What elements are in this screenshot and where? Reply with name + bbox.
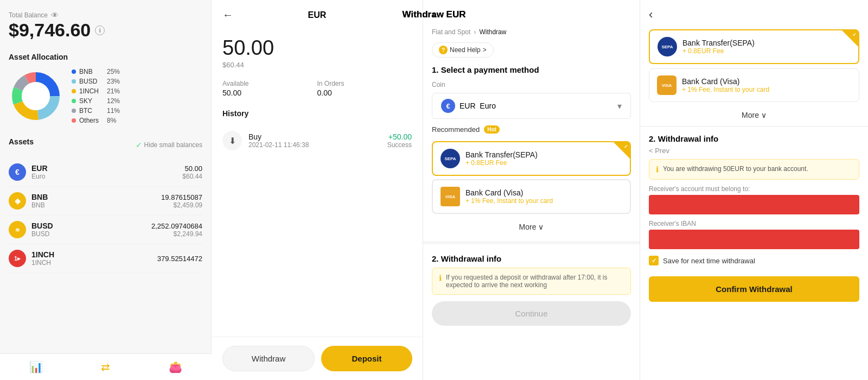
assets-title: Assets bbox=[9, 137, 34, 146]
sepa-icon: SEPA bbox=[441, 149, 460, 168]
continue-button[interactable]: Continue bbox=[432, 301, 631, 326]
sepa-card-p4[interactable]: SEPA Bank Transfer(SEPA) + 0.8EUR Fee ✓ bbox=[649, 29, 859, 64]
avail-orders-row: Available 50.00 In Orders 0.00 bbox=[222, 80, 412, 97]
save-label: Save for next time withdrawal bbox=[663, 257, 755, 265]
asset-allocation-section: Asset Allocation bbox=[0, 46, 211, 131]
hide-small-balances[interactable]: ✓ Hide small balances bbox=[136, 141, 202, 149]
legend-1inch: 1INCH 21% bbox=[72, 87, 120, 95]
history-section: History ⬇ Buy 2021-02-11 11:46:38 +50.00… bbox=[212, 103, 423, 163]
sepa-info: Bank Transfer(SEPA) + 0.8EUR Fee bbox=[465, 150, 622, 167]
visa-info: Bank Card (Visa) + 1% Fee, Instant to yo… bbox=[465, 188, 622, 205]
svg-point-6 bbox=[22, 82, 50, 110]
1inch-info: 1INCH 1INCH bbox=[31, 250, 157, 267]
legend-others: Others 8% bbox=[72, 117, 120, 124]
1inch-icon: 1▸ bbox=[9, 250, 26, 267]
busd-info: BUSD BUSD bbox=[31, 221, 151, 238]
eur-usd: $60.44 bbox=[222, 61, 412, 69]
wallet-icon: 👛 bbox=[169, 360, 182, 373]
hot-badge: Hot bbox=[484, 125, 500, 134]
breadcrumb-fiat: Fiat and Spot bbox=[432, 28, 470, 36]
withdraw-button[interactable]: Withdraw bbox=[222, 346, 315, 371]
more-button-p4[interactable]: More ∨ bbox=[640, 106, 868, 124]
transfer-icon: ⇄ bbox=[101, 360, 110, 373]
eur-amount: 50.00 bbox=[222, 36, 412, 60]
save-checkbox[interactable]: ✓ bbox=[649, 256, 659, 265]
prev-link[interactable]: < Prev bbox=[640, 147, 868, 159]
legend-dot-1inch bbox=[72, 89, 76, 93]
assets-header: Assets ✓ Hide small balances bbox=[9, 137, 202, 153]
step2-title-p4: 2. Withdrawal info bbox=[640, 129, 868, 147]
nav-wallet[interactable]: 👛 bbox=[169, 360, 182, 373]
info-icon[interactable]: i bbox=[95, 26, 105, 35]
coin-icon-eur: € bbox=[441, 99, 455, 113]
visa-icon-p4: VISA bbox=[657, 75, 676, 95]
visa-info-p4: Bank Card (Visa) + 1% Fee, Instant to yo… bbox=[682, 77, 851, 93]
legend-dot-others bbox=[72, 118, 76, 123]
allocation-legend: BNB 25% BUSD 23% 1INCH 21% SKY 12% bbox=[72, 68, 120, 124]
history-info: Buy 2021-02-11 11:46:38 bbox=[248, 132, 387, 149]
sepa-icon-p4: SEPA bbox=[658, 37, 677, 56]
history-amount: +50.00 Success bbox=[387, 132, 412, 149]
question-icon: ? bbox=[439, 46, 448, 54]
step2-title-p3: 2. Withdrawal info bbox=[423, 249, 640, 268]
withdraw-info-box: ℹ You are withdrawing 50EUR to your bank… bbox=[649, 159, 859, 180]
sepa-selected-check: ✓ bbox=[852, 32, 857, 37]
available-col: Available 50.00 bbox=[222, 80, 317, 97]
legend-dot-btc bbox=[72, 109, 76, 113]
p4-title: Withdraw EUR bbox=[640, 9, 868, 20]
asset-item-1inch[interactable]: 1▸ 1INCH 1INCH 379.52514472 bbox=[9, 244, 202, 273]
in-orders-col: In Orders 0.00 bbox=[317, 80, 412, 97]
receiver-account-field[interactable] bbox=[649, 195, 859, 214]
need-help-btn[interactable]: ? Need Help > bbox=[432, 42, 494, 58]
payment-sepa[interactable]: SEPA Bank Transfer(SEPA) + 0.8EUR Fee ✓ bbox=[432, 141, 631, 176]
eur-values: 50.00 $60.44 bbox=[182, 164, 202, 180]
p2-action-buttons: Withdraw Deposit bbox=[212, 337, 423, 380]
assets-section: Assets ✓ Hide small balances € EUR Euro … bbox=[0, 131, 211, 280]
more-button-p3[interactable]: More ∨ bbox=[423, 217, 640, 237]
confirm-withdrawal-button[interactable]: Confirm Withdrawal bbox=[649, 276, 859, 302]
asset-item-bnb[interactable]: ◈ BNB BNB 19.87615087 $2,459.09 bbox=[9, 187, 202, 216]
nav-transfer[interactable]: ⇄ bbox=[101, 360, 110, 373]
selected-checkmark: ✓ bbox=[624, 144, 628, 149]
iban-field[interactable] bbox=[649, 230, 859, 249]
allocation-title: Asset Allocation bbox=[9, 53, 202, 61]
receiver-label: Receiver's account must belong to: bbox=[640, 180, 868, 195]
deposit-button[interactable]: Deposit bbox=[321, 346, 412, 371]
history-item[interactable]: ⬇ Buy 2021-02-11 11:46:38 +50.00 Success bbox=[222, 124, 412, 157]
eur-icon: € bbox=[9, 163, 26, 181]
breadcrumb: Fiat and Spot › Withdraw bbox=[423, 25, 640, 39]
recommended-label: Recommended bbox=[432, 125, 480, 134]
busd-values: 2,252.09740684 $2,249.94 bbox=[151, 222, 202, 238]
divider-p3 bbox=[423, 241, 640, 244]
chart-icon: 📊 bbox=[29, 360, 43, 373]
asset-item-eur[interactable]: € EUR Euro 50.00 $60.44 bbox=[9, 158, 202, 187]
coin-select[interactable]: € EUR Euro ▾ bbox=[432, 93, 631, 119]
asset-item-busd[interactable]: ≋ BUSD BUSD 2,252.09740684 $2,249.94 bbox=[9, 216, 202, 244]
coin-label: Coin bbox=[423, 79, 640, 91]
bnb-values: 19.87615087 $2,459.09 bbox=[161, 193, 202, 209]
step1-title: 1. Select a payment method bbox=[423, 61, 640, 79]
visa-icon: VISA bbox=[441, 187, 460, 206]
checkmark-icon: ✓ bbox=[136, 141, 142, 149]
payment-visa[interactable]: VISA Bank Card (Visa) + 1% Fee, Instant … bbox=[432, 179, 631, 214]
portfolio-header: Total Balance 👁 $9,746.60 i bbox=[0, 0, 211, 46]
info-box-p3: ℹ If you requested a deposit or withdraw… bbox=[432, 268, 631, 295]
legend-btc: BTC 11% bbox=[72, 107, 120, 115]
1inch-values: 379.52514472 bbox=[157, 255, 202, 263]
iban-label: Receiver's IBAN bbox=[640, 214, 868, 230]
history-title: History bbox=[222, 109, 412, 118]
legend-busd: BUSD 23% bbox=[72, 78, 120, 85]
balance-value: $9,746.60 bbox=[9, 20, 91, 41]
donut-chart bbox=[9, 69, 63, 123]
coin-select-arrow: ▾ bbox=[617, 101, 622, 111]
breadcrumb-withdraw: Withdraw bbox=[479, 28, 506, 36]
bottom-navigation: 📊 ⇄ 👛 bbox=[0, 353, 212, 380]
history-buy-icon: ⬇ bbox=[222, 131, 242, 150]
total-balance-amount: $9,746.60 i bbox=[9, 20, 202, 41]
info-circle-icon: ℹ bbox=[656, 165, 659, 174]
legend-dot-bnb bbox=[72, 69, 76, 74]
nav-chart[interactable]: 📊 bbox=[29, 360, 43, 373]
visa-card-p4[interactable]: VISA Bank Card (Visa) + 1% Fee, Instant … bbox=[649, 68, 859, 102]
p4-nav: ‹ Withdraw EUR bbox=[640, 0, 868, 25]
bnb-info: BNB BNB bbox=[31, 193, 161, 209]
